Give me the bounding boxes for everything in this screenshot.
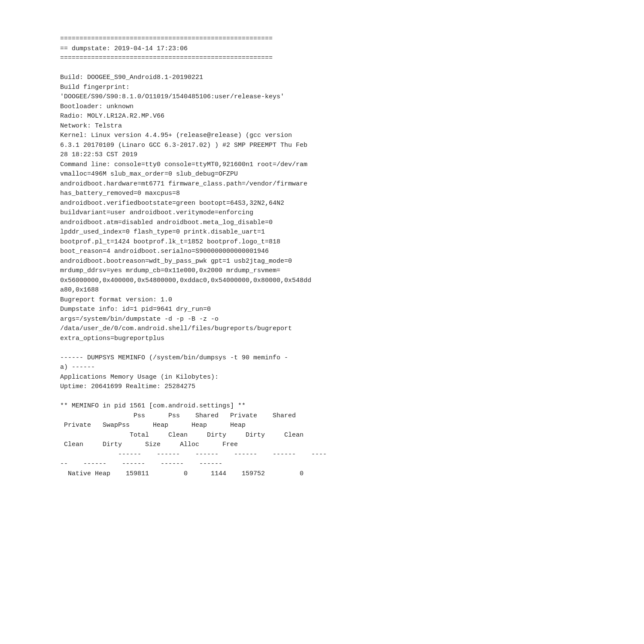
terminal-output: ========================================… bbox=[60, 34, 584, 479]
